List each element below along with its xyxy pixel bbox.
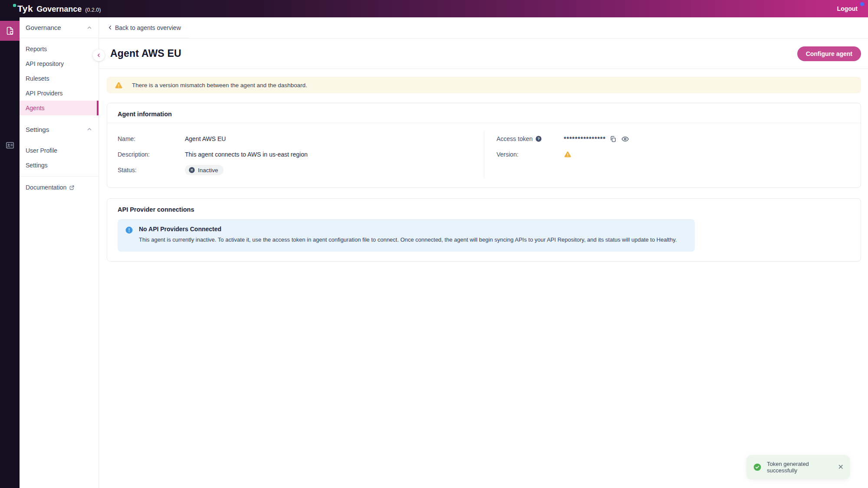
sidebar-item-label: Reports xyxy=(26,46,47,52)
main-content: Back to agents overview Agent AWS EU Con… xyxy=(99,17,868,488)
name-row: Name: Agent AWS EU xyxy=(118,131,484,147)
version-mismatch-banner: There is a version mismatch between the … xyxy=(107,77,861,93)
icon-rail xyxy=(0,17,20,488)
version-warning-icon xyxy=(564,151,572,158)
sidebar-item-documentation[interactable]: Documentation xyxy=(20,180,99,195)
x-circle-icon xyxy=(188,167,195,174)
status-badge-label: Inactive xyxy=(198,167,218,174)
sidebar-item-settings[interactable]: Settings xyxy=(20,158,99,173)
toast-close-button[interactable]: ✕ xyxy=(838,464,844,471)
reveal-token-button[interactable] xyxy=(620,135,630,143)
version-row: Version: xyxy=(496,147,850,162)
no-providers-infobox: No API Providers Connected This agent is… xyxy=(118,219,695,252)
no-providers-title: No API Providers Connected xyxy=(139,226,677,233)
back-to-agents-link[interactable]: Back to agents overview xyxy=(99,17,189,38)
sidebar-section-governance[interactable]: Governance xyxy=(20,17,99,38)
tyk-logo-dot xyxy=(13,4,16,7)
sidebar-divider xyxy=(20,176,99,177)
description-value: This agent connects to AWS in us-east re… xyxy=(185,151,308,158)
sidebar-item-label: Documentation xyxy=(26,184,66,191)
id-card-icon xyxy=(5,141,15,150)
sidebar-item-label: Settings xyxy=(26,162,48,169)
rail-item-profile[interactable] xyxy=(0,135,20,155)
page-title: Agent AWS EU xyxy=(110,48,181,59)
sidebar-item-reports[interactable]: Reports xyxy=(20,42,99,56)
connections-title: API Provider connections xyxy=(107,199,861,216)
info-circle-icon xyxy=(125,226,133,244)
product-name: Governance xyxy=(36,5,82,14)
external-link-icon xyxy=(69,185,75,190)
agent-information-title: Agent information xyxy=(107,103,861,123)
warning-triangle-icon xyxy=(115,81,123,89)
sidebar-item-rulesets[interactable]: Rulesets xyxy=(20,71,99,86)
svg-text:?: ? xyxy=(538,137,540,141)
governance-section-label: Governance xyxy=(26,24,61,31)
copy-icon xyxy=(609,135,617,143)
api-provider-connections-card: API Provider connections No API Provider… xyxy=(107,198,861,262)
toast-token-generated: Token generated successfully ✕ xyxy=(746,455,850,479)
sidebar-section-settings[interactable]: Settings xyxy=(20,119,99,140)
sidebar-item-label: Rulesets xyxy=(26,75,49,82)
version-label: Version: xyxy=(496,151,564,158)
access-token-label: Access token ? xyxy=(496,135,564,142)
eye-icon xyxy=(621,135,629,143)
status-label: Status: xyxy=(118,167,185,174)
app-header: Tyk Governance (0.2.0) Logout xyxy=(0,0,868,17)
sidebar-item-label: API Providers xyxy=(26,90,63,97)
logout-button[interactable]: Logout xyxy=(837,5,858,12)
back-link-label: Back to agents overview xyxy=(115,24,181,31)
sidebar-item-user-profile[interactable]: User Profile xyxy=(20,143,99,158)
document-shield-icon xyxy=(5,26,15,36)
description-row: Description: This agent connects to AWS … xyxy=(118,147,484,162)
sidebar-item-api-repository[interactable]: API repository xyxy=(20,56,99,71)
brand-logo: Tyk Governance (0.2.0) xyxy=(13,3,101,14)
name-label: Name: xyxy=(118,135,185,142)
sidebar-item-api-providers[interactable]: API Providers xyxy=(20,86,99,101)
access-token-masked: *************** xyxy=(564,135,606,142)
copy-token-button[interactable] xyxy=(608,135,618,143)
name-value: Agent AWS EU xyxy=(185,135,226,142)
brand-name: Tyk xyxy=(17,3,33,13)
sidebar-item-label: Agents xyxy=(26,105,45,111)
status-row: Status: Inactive xyxy=(118,162,484,178)
description-label: Description: xyxy=(118,151,185,158)
sidebar-item-label: User Profile xyxy=(26,147,57,154)
help-circle-icon[interactable]: ? xyxy=(535,135,542,142)
chevron-up-icon xyxy=(86,25,92,31)
check-circle-icon xyxy=(753,463,762,472)
agent-information-card: Agent information Name: Agent AWS EU Des… xyxy=(107,103,861,188)
rail-item-governance[interactable] xyxy=(0,21,20,41)
sidebar-item-agents[interactable]: Agents xyxy=(20,101,99,115)
tyk-logo: Tyk xyxy=(13,3,33,14)
sidebar-item-label: API repository xyxy=(26,60,64,67)
warning-banner-text: There is a version mismatch between the … xyxy=(132,82,307,88)
sidebar: Governance Reports API repository Rulese… xyxy=(20,17,99,488)
configure-agent-button[interactable]: Configure agent xyxy=(797,46,861,61)
chevron-up-icon xyxy=(86,126,92,132)
settings-section-label: Settings xyxy=(26,126,49,133)
back-chevron-icon xyxy=(107,24,113,31)
blue-dot-indicator xyxy=(860,2,864,6)
status-badge: Inactive xyxy=(185,165,224,175)
sidebar-collapse-button[interactable] xyxy=(93,49,105,61)
toast-message: Token generated successfully xyxy=(767,461,833,474)
app-version: (0.2.0) xyxy=(85,7,101,13)
access-token-row: Access token ? ******** xyxy=(496,131,850,147)
no-providers-description: This agent is currently inactive. To act… xyxy=(139,236,677,244)
